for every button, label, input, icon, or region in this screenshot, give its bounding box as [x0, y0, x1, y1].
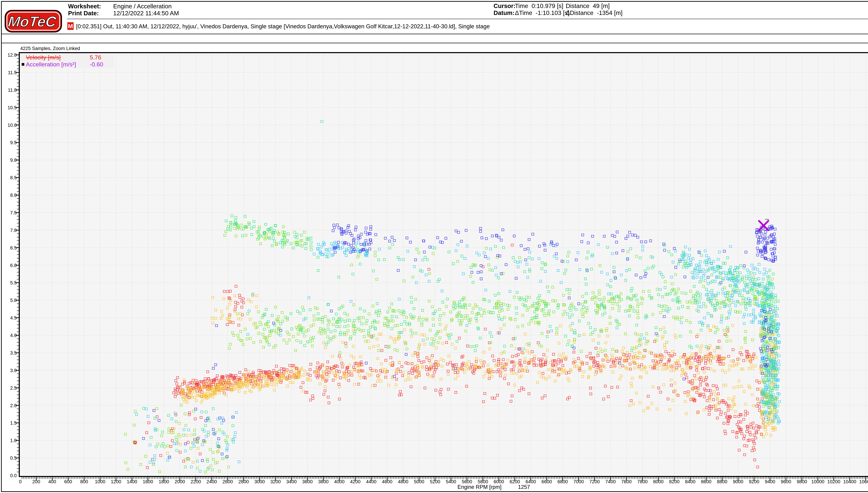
x-axis-tick-label: 8400	[685, 479, 695, 484]
x-axis-tick-label: 10200	[827, 479, 840, 484]
x-axis-tick-label: 6600	[542, 479, 552, 484]
y-axis-tick-label: 6.0	[10, 263, 17, 268]
x-axis-tick-label: 5600	[462, 479, 472, 484]
velocity-channel-value: 5.76	[90, 54, 101, 61]
x-axis-tick-label: 6400	[525, 479, 536, 484]
y-axis-tick-label: 1.5	[10, 421, 17, 426]
x-axis-tick-label: 200	[32, 479, 40, 484]
velocity-channel-label[interactable]: Velocity [m/s]	[26, 54, 61, 61]
x-axis-tick-label: 7000	[573, 479, 584, 484]
x-axis-tick-label: 9800	[797, 479, 807, 484]
x-axis-tick-label: 10600	[859, 479, 868, 484]
y-axis-tick-label: 11.0	[8, 88, 17, 93]
x-axis-tick-label: 9400	[765, 479, 775, 484]
y-axis-tick-label: 3.5	[10, 350, 17, 356]
x-axis-tick-label: 2600	[222, 479, 233, 484]
x-axis-tick-label: 2800	[238, 479, 249, 484]
x-axis-tick-label: 2000	[175, 479, 185, 484]
x-axis-tick-label: 6000	[494, 479, 504, 484]
x-axis-tick-label: 7800	[637, 479, 647, 484]
y-axis-tick-label: 2.0	[10, 403, 17, 408]
x-axis-tick-label: 5200	[430, 479, 440, 484]
active-channel-bullet-icon	[22, 63, 24, 66]
acceleration-channel-value: -0.60	[90, 61, 103, 68]
y-axis-tick-label: 4.0	[10, 333, 17, 338]
y-axis-tick-label: 9.0	[10, 157, 17, 163]
x-axis-tick-label: 1800	[159, 479, 169, 484]
x-axis-tick-label: 3400	[286, 479, 297, 484]
x-axis-tick-label: 5400	[446, 479, 456, 484]
y-axis-tick-label: 9.5	[10, 140, 17, 145]
x-axis-tick-label: 1200	[111, 479, 121, 484]
y-axis-tick-label: 8.0	[10, 193, 17, 198]
y-axis-tick-label: 5.5	[10, 280, 17, 285]
y-axis-labels: 0.00.51.01.52.02.53.03.54.04.55.05.56.06…	[7, 52, 17, 478]
y-axis-tick-label: 6.5	[10, 245, 17, 251]
x-axis-tick-label: 4400	[366, 479, 376, 484]
x-axis-tick-label: 5000	[414, 479, 424, 484]
x-axis-tick-label: 5800	[478, 479, 488, 484]
scatter-chart: 0200400600800100012001400160018002000220…	[0, 0, 868, 493]
channel-legend: Velocity [m/s] 5.76 Accelleration [m/s²]…	[20, 54, 114, 68]
x-axis-tick-label: 3800	[318, 479, 328, 484]
x-axis-tick-label: 7200	[589, 479, 600, 484]
y-axis-tick-label: 2.5	[10, 385, 17, 391]
x-axis-tick-label: 1400	[127, 479, 137, 484]
x-axis-tick-label: 10400	[843, 479, 856, 484]
x-axis-tick-label: 3000	[254, 479, 265, 484]
y-axis-tick-label: 0.5	[10, 455, 17, 461]
x-axis-cursor-value: 1257	[518, 484, 530, 490]
channel-row-acceleration[interactable]: Accelleration [m/s²] -0.60	[20, 61, 114, 68]
x-axis-tick-label: 3600	[302, 479, 313, 484]
y-axis-tick-label: 7.0	[10, 228, 17, 233]
x-axis-title: Engine RPM [rpm]	[445, 484, 514, 490]
x-axis-tick-label: 8000	[653, 479, 663, 484]
x-axis-tick-label: 10000	[812, 479, 824, 484]
y-axis-tick-label: 8.5	[10, 175, 17, 180]
x-axis-tick-label: 400	[48, 479, 56, 484]
y-axis-tick-label: 10.0	[7, 123, 17, 128]
y-axis-tick-label: 5.0	[10, 298, 17, 303]
y-axis-tick-label: 0.0	[10, 473, 17, 478]
x-axis-tick-label: 6800	[557, 479, 568, 484]
y-axis-tick-label: 3.0	[10, 368, 17, 373]
x-axis-tick-label: 4800	[398, 479, 408, 484]
x-axis-tick-label: 7600	[621, 479, 632, 484]
y-axis-tick-label: 11.5	[8, 70, 17, 75]
y-axis-tick-label: 10.5	[7, 105, 17, 110]
channel-row-velocity[interactable]: Velocity [m/s] 5.76	[20, 54, 114, 61]
x-axis-tick-label: 800	[80, 479, 88, 484]
x-axis-labels: 0200400600800100012001400160018002000220…	[19, 479, 868, 484]
x-axis-tick-label: 8800	[717, 479, 727, 484]
x-axis-tick-label: 3200	[270, 479, 281, 484]
x-axis-tick-label: 2200	[190, 479, 201, 484]
x-axis-tick-label: 8600	[701, 479, 711, 484]
y-axis-tick-label: 1.0	[10, 438, 17, 443]
x-axis-tick-label: 9000	[733, 479, 744, 484]
y-axis-tick-label: 4.5	[10, 315, 17, 321]
x-axis-tick-label: 2400	[207, 479, 217, 484]
x-axis-tick-label: 4600	[382, 479, 392, 484]
x-axis-tick-label: 1000	[95, 479, 105, 484]
x-axis-tick-label: 8200	[669, 479, 680, 484]
x-axis-tick-label: 600	[64, 479, 72, 484]
acceleration-channel-label[interactable]: Accelleration [m/s²]	[26, 61, 76, 68]
x-axis-tick-label: 1600	[143, 479, 153, 484]
x-axis-tick-label: 9200	[749, 479, 759, 484]
x-axis-tick-label: 9600	[781, 479, 791, 484]
x-axis-tick-label: 6200	[509, 479, 520, 484]
x-axis-tick-label: 0	[19, 479, 22, 484]
y-axis-tick-label: 12.0	[7, 52, 17, 58]
y-axis-tick-label: 7.5	[10, 210, 17, 215]
x-axis-tick-label: 7400	[606, 479, 616, 484]
x-axis-tick-label: 4200	[350, 479, 361, 484]
x-axis-tick-label: 4000	[334, 479, 345, 484]
